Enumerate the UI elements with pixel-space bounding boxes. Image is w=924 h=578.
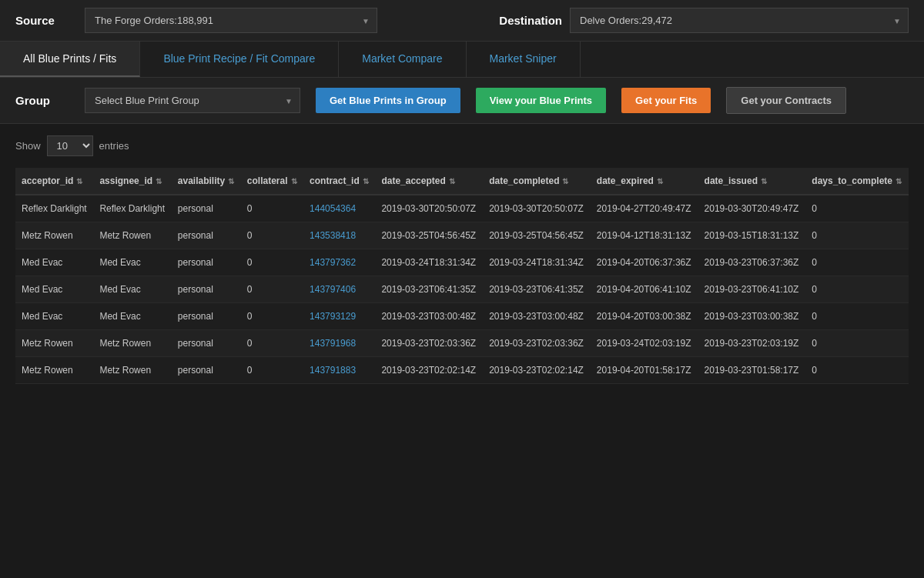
sort-icon-date_accepted: ⇅ — [449, 177, 455, 185]
tab-market-compare[interactable]: Market Compare — [339, 42, 466, 77]
cell-date_accepted: 2019-03-24T18:31:34Z — [375, 249, 483, 276]
tab-market-sniper[interactable]: Market Sniper — [467, 42, 581, 77]
cell-contract_id[interactable]: 144054364 — [303, 195, 375, 222]
cell-days_to_complete: 0 — [805, 276, 909, 303]
cell-date_accepted: 2019-03-23T02:03:36Z — [375, 330, 483, 357]
col-header-collateral[interactable]: collateral⇅ — [241, 168, 303, 195]
show-entries-control: Show 102550100 entries — [15, 135, 909, 156]
cell-collateral: 0 — [241, 303, 303, 330]
sort-icon-availability: ⇅ — [228, 177, 234, 185]
table-row: Metz RowenMetz Rowenpersonal014353841820… — [15, 222, 909, 249]
cell-availability: personal — [172, 330, 241, 357]
col-header-availability[interactable]: availability⇅ — [172, 168, 241, 195]
cell-availability: personal — [172, 222, 241, 249]
data-table: acceptor_id⇅assignee_id⇅availability⇅col… — [15, 168, 909, 384]
cell-assignee_id: Metz Rowen — [93, 357, 171, 384]
nav-tabs: All Blue Prints / Fits Blue Print Recipe… — [0, 42, 924, 78]
cell-collateral: 0 — [241, 249, 303, 276]
cell-days_to_complete: 0 — [805, 249, 909, 276]
cell-collateral: 0 — [241, 357, 303, 384]
source-select-wrapper: The Forge Orders:188,991 — [85, 8, 377, 33]
cell-date_issued: 2019-03-15T18:31:13Z — [698, 222, 806, 249]
cell-contract_id[interactable]: 143793129 — [303, 303, 375, 330]
cell-days_to_complete: 0 — [805, 357, 909, 384]
get-contracts-button[interactable]: Get your Contracts — [726, 87, 846, 114]
cell-collateral: 0 — [241, 330, 303, 357]
cell-assignee_id: Med Evac — [93, 249, 171, 276]
sort-icon-date_completed: ⇅ — [562, 177, 568, 185]
cell-date_accepted: 2019-03-30T20:50:07Z — [375, 195, 483, 222]
cell-date_expired: 2019-04-20T06:41:10Z — [591, 276, 698, 303]
cell-date_completed: 2019-03-23T02:02:14Z — [483, 357, 591, 384]
cell-assignee_id: Med Evac — [93, 276, 171, 303]
cell-date_accepted: 2019-03-23T02:02:14Z — [375, 357, 483, 384]
header: Source The Forge Orders:188,991 Destinat… — [0, 0, 924, 42]
source-label: Source — [15, 14, 77, 27]
cell-days_to_complete: 0 — [805, 195, 909, 222]
table-row: Metz RowenMetz Rowenpersonal014379196820… — [15, 330, 909, 357]
table-row: Med EvacMed Evacpersonal01437931292019-0… — [15, 303, 909, 330]
cell-date_expired: 2019-03-24T02:03:19Z — [591, 330, 698, 357]
cell-contract_id[interactable]: 143538418 — [303, 222, 375, 249]
tab-recipe-compare[interactable]: Blue Print Recipe / Fit Compare — [140, 42, 339, 77]
col-header-date_issued[interactable]: date_issued⇅ — [698, 168, 806, 195]
table-header: acceptor_id⇅assignee_id⇅availability⇅col… — [15, 168, 909, 195]
get-fits-button[interactable]: Get your Fits — [621, 88, 711, 113]
cell-acceptor_id: Med Evac — [15, 303, 93, 330]
table-row: Reflex DarklightReflex Darklightpersonal… — [15, 195, 909, 222]
entries-label: entries — [99, 140, 129, 152]
col-header-assignee_id[interactable]: assignee_id⇅ — [93, 168, 171, 195]
col-header-days_to_complete[interactable]: days_to_complete⇅ — [805, 168, 909, 195]
cell-date_expired: 2019-04-20T06:37:36Z — [591, 249, 698, 276]
sort-icon-date_expired: ⇅ — [657, 177, 663, 185]
col-header-date_completed[interactable]: date_completed⇅ — [483, 168, 591, 195]
col-header-contract_id[interactable]: contract_id⇅ — [303, 168, 375, 195]
cell-date_completed: 2019-03-30T20:50:07Z — [483, 195, 591, 222]
view-blueprints-button[interactable]: View your Blue Prints — [476, 88, 606, 113]
cell-assignee_id: Metz Rowen — [93, 330, 171, 357]
source-select[interactable]: The Forge Orders:188,991 — [85, 8, 377, 33]
cell-availability: personal — [172, 195, 241, 222]
cell-date_completed: 2019-03-25T04:56:45Z — [483, 222, 591, 249]
cell-date_completed: 2019-03-24T18:31:34Z — [483, 249, 591, 276]
cell-availability: personal — [172, 249, 241, 276]
cell-days_to_complete: 0 — [805, 330, 909, 357]
cell-contract_id[interactable]: 143791968 — [303, 330, 375, 357]
dest-section: Destination Delve Orders:29,472 — [499, 8, 909, 33]
dest-label: Destination — [499, 14, 562, 27]
tab-blueprints-fits[interactable]: All Blue Prints / Fits — [0, 42, 140, 77]
cell-date_issued: 2019-03-23T03:00:38Z — [698, 303, 806, 330]
cell-collateral: 0 — [241, 195, 303, 222]
sort-icon-acceptor_id: ⇅ — [76, 177, 82, 185]
table-area: Show 102550100 entries acceptor_id⇅assig… — [0, 124, 924, 396]
entries-select[interactable]: 102550100 — [47, 135, 93, 156]
cell-contract_id[interactable]: 143791883 — [303, 357, 375, 384]
table-row: Metz RowenMetz Rowenpersonal014379188320… — [15, 357, 909, 384]
table-body: Reflex DarklightReflex Darklightpersonal… — [15, 195, 909, 384]
cell-availability: personal — [172, 276, 241, 303]
cell-collateral: 0 — [241, 276, 303, 303]
cell-date_accepted: 2019-03-23T03:00:48Z — [375, 303, 483, 330]
cell-acceptor_id: Metz Rowen — [15, 222, 93, 249]
col-header-date_expired[interactable]: date_expired⇅ — [591, 168, 698, 195]
cell-contract_id[interactable]: 143797406 — [303, 276, 375, 303]
cell-collateral: 0 — [241, 222, 303, 249]
get-blueprints-button[interactable]: Get Blue Prints in Group — [316, 88, 460, 113]
sort-icon-contract_id: ⇅ — [363, 177, 369, 185]
group-select[interactable]: Select Blue Print Group — [85, 88, 300, 113]
col-header-acceptor_id[interactable]: acceptor_id⇅ — [15, 168, 93, 195]
cell-availability: personal — [172, 303, 241, 330]
table-row: Med EvacMed Evacpersonal01437973622019-0… — [15, 249, 909, 276]
dest-select[interactable]: Delve Orders:29,472 — [570, 8, 909, 33]
dest-select-wrapper: Delve Orders:29,472 — [570, 8, 909, 33]
cell-acceptor_id: Med Evac — [15, 249, 93, 276]
cell-date_accepted: 2019-03-25T04:56:45Z — [375, 222, 483, 249]
col-header-date_accepted[interactable]: date_accepted⇅ — [375, 168, 483, 195]
cell-date_completed: 2019-03-23T02:03:36Z — [483, 330, 591, 357]
cell-date_completed: 2019-03-23T03:00:48Z — [483, 303, 591, 330]
cell-assignee_id: Reflex Darklight — [93, 195, 171, 222]
cell-date_issued: 2019-03-30T20:49:47Z — [698, 195, 806, 222]
cell-contract_id[interactable]: 143797362 — [303, 249, 375, 276]
group-select-wrapper: Select Blue Print Group — [85, 88, 300, 113]
sort-icon-assignee_id: ⇅ — [156, 177, 162, 185]
